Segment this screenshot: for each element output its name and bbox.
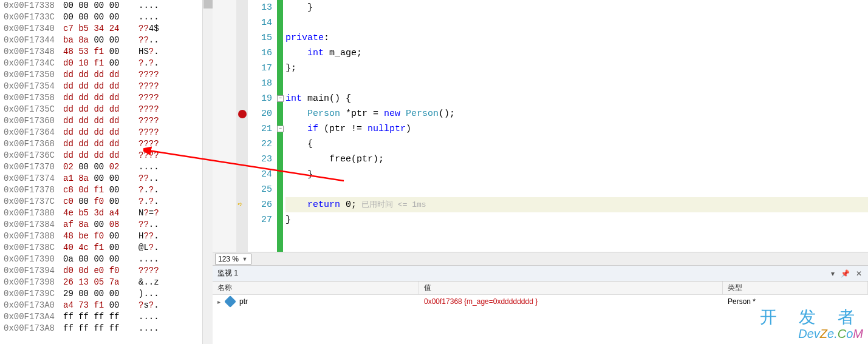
memory-row[interactable]: 0x00F17394d0 0d e0 f0???? bbox=[4, 265, 209, 277]
code-line[interactable]: − if (ptr != nullptr) bbox=[285, 121, 868, 137]
memory-ascii: .... bbox=[138, 0, 169, 12]
line-number: 22 bbox=[248, 137, 272, 152]
memory-row[interactable]: 0x00F1734Cd0 10 f1 00?.?. bbox=[4, 58, 209, 69]
memory-row[interactable]: 0x00F1738C40 4c f1 00@L?. bbox=[4, 242, 209, 254]
memory-ascii: ???? bbox=[138, 104, 169, 115]
breakpoint-gutter[interactable]: ➪ bbox=[237, 0, 248, 252]
code-line[interactable]: −int main() { bbox=[285, 91, 868, 106]
code-line[interactable]: { bbox=[285, 137, 868, 152]
memory-row[interactable]: 0x00F1737Cc0 00 f0 00?.?. bbox=[4, 196, 209, 207]
memory-row[interactable]: 0x00F17350dd dd dd dd???? bbox=[4, 69, 209, 81]
code-line[interactable]: private: bbox=[285, 30, 868, 46]
memory-scrollbar[interactable] bbox=[202, 0, 213, 344]
fold-toggle[interactable]: − bbox=[277, 95, 284, 102]
memory-row[interactable]: 0x00F1734848 53 f1 00HS?. bbox=[4, 46, 209, 58]
close-icon[interactable]: ✕ bbox=[855, 269, 863, 278]
memory-row[interactable]: 0x00F17364dd dd dd dd???? bbox=[4, 127, 209, 138]
chevron-down-icon[interactable]: ▼ bbox=[241, 256, 248, 262]
memory-row[interactable]: 0x00F17354dd dd dd dd???? bbox=[4, 81, 209, 92]
memory-bytes: c0 00 f0 00 bbox=[63, 196, 131, 207]
watch-header-value[interactable]: 值 bbox=[419, 282, 723, 294]
code-line[interactable] bbox=[285, 182, 868, 197]
memory-bytes: 48 53 f1 00 bbox=[63, 46, 131, 58]
memory-ascii: ???? bbox=[138, 138, 169, 150]
scrollbar-thumb[interactable] bbox=[203, 0, 213, 8]
memory-address: 0x00F173A4 bbox=[4, 311, 56, 323]
memory-address: 0x00F1734C bbox=[4, 58, 56, 69]
memory-ascii: ?.?. bbox=[138, 196, 169, 207]
code-line[interactable] bbox=[285, 15, 868, 30]
memory-row[interactable]: 0x00F173900a 00 00 00.... bbox=[4, 254, 209, 265]
memory-row[interactable]: 0x00F173A0a4 73 f1 00?s?. bbox=[4, 300, 209, 311]
memory-ascii: ???? bbox=[138, 115, 169, 127]
memory-address: 0x00F17364 bbox=[4, 127, 56, 138]
watch-header-type[interactable]: 类型 bbox=[723, 282, 868, 294]
line-number: 26 bbox=[248, 197, 272, 212]
memory-address: 0x00F17354 bbox=[4, 81, 56, 92]
code-line[interactable]: free(ptr); bbox=[285, 152, 868, 167]
memory-bytes: a4 73 f1 00 bbox=[63, 300, 131, 311]
memory-address: 0x00F1736C bbox=[4, 150, 56, 161]
memory-row[interactable]: 0x00F17384af 8a 00 08??.. bbox=[4, 219, 209, 231]
memory-ascii: .... bbox=[138, 311, 169, 323]
code-area[interactable]: }private: int m_age;};−int main() { Pers… bbox=[283, 0, 868, 252]
zoom-combo[interactable]: 123 % ▼ bbox=[215, 254, 251, 265]
line-number: 14 bbox=[248, 15, 272, 30]
memory-ascii: N?=? bbox=[138, 207, 169, 219]
memory-ascii: ??.. bbox=[138, 35, 169, 46]
line-number: 23 bbox=[248, 152, 272, 167]
memory-ascii: .... bbox=[138, 254, 169, 265]
pin-icon[interactable]: 📌 bbox=[839, 269, 851, 278]
code-line[interactable]: } bbox=[285, 212, 868, 228]
memory-row[interactable]: 0x00F1736Cdd dd dd dd???? bbox=[4, 150, 209, 161]
memory-row[interactable]: 0x00F1737002 00 00 02.... bbox=[4, 161, 209, 173]
code-line[interactable]: }; bbox=[285, 61, 868, 76]
memory-bytes: d0 0d e0 f0 bbox=[63, 265, 131, 277]
code-line[interactable]: int m_age; bbox=[285, 46, 868, 61]
memory-bytes: 26 13 05 7a bbox=[63, 277, 131, 288]
memory-row[interactable]: 0x00F17344ba 8a 00 00??.. bbox=[4, 35, 209, 46]
breakpoint-dot[interactable] bbox=[238, 110, 247, 118]
fold-toggle[interactable]: − bbox=[277, 126, 284, 132]
memory-row[interactable]: 0x00F17358dd dd dd dd???? bbox=[4, 92, 209, 104]
watch-header-name[interactable]: 名称 bbox=[213, 282, 419, 294]
memory-row[interactable]: 0x00F173A8ff ff ff ff.... bbox=[4, 323, 209, 334]
memory-row[interactable]: 0x00F1739C29 00 00 00)... bbox=[4, 288, 209, 300]
outline-gutter bbox=[213, 0, 237, 252]
memory-row[interactable]: 0x00F17378c8 0d f1 00?.?. bbox=[4, 184, 209, 196]
code-line[interactable]: } bbox=[285, 167, 868, 182]
memory-row[interactable]: 0x00F17368dd dd dd dd???? bbox=[4, 138, 209, 150]
memory-row[interactable]: 0x00F1733800 00 00 00.... bbox=[4, 0, 209, 12]
expand-toggle[interactable]: ▸ bbox=[217, 298, 224, 305]
memory-row[interactable]: 0x00F17340c7 b5 34 24??4$ bbox=[4, 23, 209, 35]
dropdown-icon[interactable]: ▾ bbox=[830, 269, 836, 278]
memory-address: 0x00F17378 bbox=[4, 184, 56, 196]
memory-bytes: c7 b5 34 24 bbox=[63, 23, 131, 35]
watch-title-label: 监视 1 bbox=[217, 268, 238, 278]
memory-ascii: ???? bbox=[138, 265, 169, 277]
memory-row[interactable]: 0x00F1735Cdd dd dd dd???? bbox=[4, 104, 209, 115]
line-number-gutter: 131415161718192021222324252627 bbox=[248, 0, 277, 252]
memory-address: 0x00F1737C bbox=[4, 196, 56, 207]
memory-bytes: 00 00 00 00 bbox=[63, 12, 131, 23]
memory-address: 0x00F17398 bbox=[4, 277, 56, 288]
memory-row[interactable]: 0x00F1738848 be f0 00H??. bbox=[4, 231, 209, 242]
memory-ascii: ?.?. bbox=[138, 58, 169, 69]
memory-row[interactable]: 0x00F1739826 13 05 7a&..z bbox=[4, 277, 209, 288]
code-line[interactable]: return 0;已用时间 <= 1ms bbox=[285, 197, 868, 212]
memory-bytes: 48 be f0 00 bbox=[63, 231, 131, 242]
memory-address: 0x00F17390 bbox=[4, 254, 56, 265]
watch-row[interactable]: ▸ptr0x00f17368 {m_age=0xdddddddd }Person… bbox=[213, 295, 868, 308]
code-line[interactable] bbox=[285, 76, 868, 91]
line-number: 21 bbox=[248, 121, 272, 137]
memory-row[interactable]: 0x00F1733C00 00 00 00.... bbox=[4, 12, 209, 23]
memory-row[interactable]: 0x00F173A4ff ff ff ff.... bbox=[4, 311, 209, 323]
memory-address: 0x00F17350 bbox=[4, 69, 56, 81]
memory-row[interactable]: 0x00F173804e b5 3d a4N?=? bbox=[4, 207, 209, 219]
memory-address: 0x00F1733C bbox=[4, 12, 56, 23]
memory-row[interactable]: 0x00F17360dd dd dd dd???? bbox=[4, 115, 209, 127]
memory-bytes: 02 00 00 02 bbox=[63, 161, 131, 173]
code-line[interactable]: } bbox=[285, 0, 868, 15]
code-line[interactable]: Person *ptr = new Person(); bbox=[285, 106, 868, 121]
memory-row[interactable]: 0x00F17374a1 8a 00 00??.. bbox=[4, 173, 209, 184]
